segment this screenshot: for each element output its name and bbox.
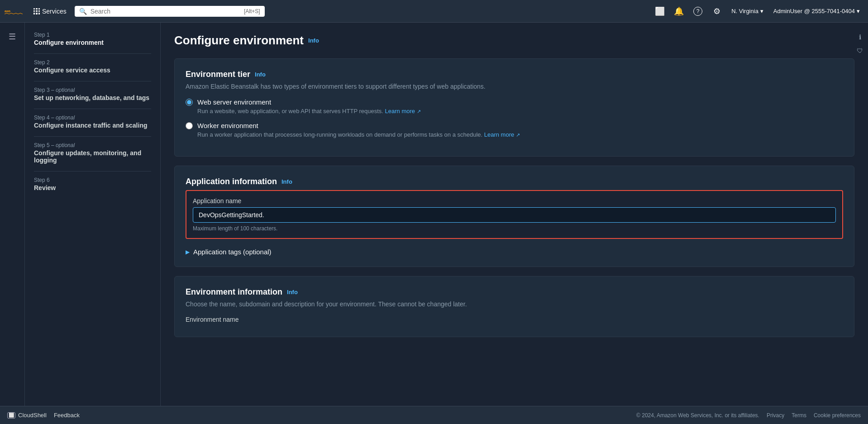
- step-divider-4: [34, 136, 151, 137]
- application-info-title-text: Application information: [186, 177, 277, 186]
- search-bar[interactable]: 🔍 [Alt+S]: [75, 6, 265, 17]
- copyright-text: © 2024, Amazon Web Services, Inc. or its…: [636, 412, 759, 419]
- svg-text:aws: aws: [5, 10, 10, 13]
- terms-link[interactable]: Terms: [792, 412, 806, 419]
- aws-logo[interactable]: aws: [5, 6, 23, 17]
- user-menu[interactable]: AdminUser @ 2555-7041-0404 ▾: [770, 6, 863, 16]
- step-3-title: Set up networking, database, and tags: [34, 94, 151, 101]
- web-server-radio[interactable]: [186, 99, 193, 106]
- application-info-link[interactable]: Info: [281, 178, 292, 185]
- region-label: N. Virginia: [731, 8, 758, 14]
- step-divider-3: [34, 109, 151, 109]
- privacy-link[interactable]: Privacy: [767, 412, 784, 419]
- help-button[interactable]: ?: [690, 3, 706, 19]
- right-shield-icon[interactable]: 🛡: [854, 44, 866, 57]
- step-6-title: Review: [34, 184, 151, 191]
- application-tags-toggle[interactable]: ▶ Application tags (optional): [186, 248, 843, 256]
- right-edge-icons: ℹ 🛡: [852, 27, 868, 61]
- application-name-input[interactable]: [193, 207, 836, 223]
- step-2-title: Configure service access: [34, 67, 151, 74]
- services-button[interactable]: Services: [30, 6, 70, 17]
- application-name-hint: Maximum length of 100 characters.: [193, 225, 836, 232]
- nav-icons: ⬜ 🔔 ? ⚙ N. Virginia ▾ AdminUser @ 2555-7…: [652, 3, 863, 19]
- region-chevron-icon: ▾: [760, 8, 763, 14]
- settings-icon: ⚙: [713, 6, 720, 16]
- top-navigation: aws Services 🔍 [Alt+S] ⬜ 🔔 ? ⚙: [0, 0, 868, 23]
- environment-tier-desc: Amazon Elastic Beanstalk has two types o…: [186, 83, 843, 90]
- step-6-label: Step 6: [34, 177, 151, 183]
- external-link-icon: ↗: [417, 109, 421, 114]
- application-info-title: Application information Info: [186, 177, 843, 186]
- worker-radio[interactable]: [186, 122, 193, 129]
- user-chevron-icon: ▾: [857, 8, 860, 14]
- search-input[interactable]: [91, 8, 226, 15]
- notifications-button[interactable]: 🔔: [671, 3, 687, 19]
- chevron-right-icon: ▶: [186, 249, 190, 255]
- step-5-title: Configure updates, monitoring, and loggi…: [34, 149, 151, 164]
- cloudshell-icon: ⬜: [7, 412, 15, 419]
- settings-button[interactable]: ⚙: [709, 3, 725, 19]
- step-2[interactable]: Step 2 Configure service access: [34, 59, 151, 74]
- web-server-option[interactable]: Web server environment Run a website, we…: [186, 98, 843, 114]
- page-title-text: Configure environment: [174, 33, 304, 48]
- environment-info-title-text: Environment information: [186, 287, 282, 297]
- step-1-label: Step 1: [34, 32, 151, 38]
- region-selector[interactable]: N. Virginia ▾: [728, 6, 767, 16]
- environment-info-link[interactable]: Info: [287, 289, 298, 295]
- step-3[interactable]: Step 3 – optional Set up networking, dat…: [34, 87, 151, 101]
- bottom-bar: ⬜ CloudShell Feedback © 2024, Amazon Web…: [0, 406, 868, 424]
- worker-learn-more-link[interactable]: Learn more ↗: [484, 131, 520, 138]
- feedback-button[interactable]: Feedback: [54, 412, 80, 419]
- environment-info-title: Environment information Info: [186, 287, 843, 297]
- cookie-preferences-link[interactable]: Cookie preferences: [814, 412, 861, 419]
- step-divider-5: [34, 171, 151, 172]
- cloudshell-label: CloudShell: [18, 412, 47, 419]
- main-content: Configure environment Info Environment t…: [161, 23, 868, 406]
- environment-tier-section: Environment tier Info Amazon Elastic Bea…: [174, 58, 854, 157]
- application-name-highlighted-box: Application name Maximum length of 100 c…: [186, 190, 843, 239]
- worker-option[interactable]: Worker environment Run a worker applicat…: [186, 122, 843, 138]
- web-server-desc: Run a website, web application, or web A…: [197, 108, 843, 114]
- sidebar: ☰: [0, 23, 25, 406]
- step-1[interactable]: Step 1 Configure environment: [34, 32, 151, 46]
- services-label: Services: [42, 8, 67, 15]
- worker-label[interactable]: Worker environment: [197, 122, 258, 129]
- search-icon: 🔍: [79, 8, 87, 15]
- web-server-learn-more-link[interactable]: Learn more ↗: [385, 108, 421, 114]
- environment-tier-info-link[interactable]: Info: [255, 71, 266, 78]
- left-panel: Step 1 Configure environment Step 2 Conf…: [25, 23, 161, 406]
- step-4-label: Step 4 – optional: [34, 114, 151, 121]
- step-4-title: Configure instance traffic and scaling: [34, 122, 151, 129]
- bell-icon: 🔔: [674, 6, 684, 16]
- step-divider-2: [34, 81, 151, 81]
- grid-icon: [33, 8, 40, 14]
- search-shortcut: [Alt+S]: [244, 8, 260, 14]
- environment-info-desc: Choose the name, subdomain and descripti…: [186, 300, 843, 308]
- step-5[interactable]: Step 5 – optional Configure updates, mon…: [34, 142, 151, 164]
- terminal-icon-button[interactable]: ⬜: [652, 3, 668, 19]
- environment-name-label: Environment name: [186, 316, 843, 323]
- worker-external-link-icon: ↗: [516, 132, 520, 138]
- web-server-label[interactable]: Web server environment: [197, 98, 271, 106]
- worker-desc: Run a worker application that processes …: [197, 131, 843, 138]
- body-container: ☰ Step 1 Configure environment Step 2 Co…: [0, 23, 868, 406]
- environment-tier-title: Environment tier Info: [186, 70, 843, 79]
- step-6[interactable]: Step 6 Review: [34, 177, 151, 191]
- step-5-label: Step 5 – optional: [34, 142, 151, 148]
- cloudshell-button[interactable]: ⬜ CloudShell: [7, 412, 47, 419]
- environment-information-section: Environment information Info Choose the …: [174, 276, 854, 337]
- page-info-link[interactable]: Info: [308, 37, 319, 44]
- feedback-label: Feedback: [54, 412, 80, 419]
- application-tags-label: Application tags (optional): [193, 248, 272, 256]
- step-4[interactable]: Step 4 – optional Configure instance tra…: [34, 114, 151, 129]
- step-divider-1: [34, 53, 151, 54]
- step-1-title: Configure environment: [34, 39, 151, 46]
- terminal-icon: ⬜: [655, 6, 665, 16]
- step-3-label: Step 3 – optional: [34, 87, 151, 93]
- user-label: AdminUser @ 2555-7041-0404: [773, 8, 855, 14]
- sidebar-hamburger[interactable]: ☰: [6, 29, 19, 44]
- right-info-icon[interactable]: ℹ: [854, 31, 866, 43]
- bottom-links: Privacy Terms Cookie preferences: [767, 412, 861, 419]
- help-icon: ?: [693, 7, 702, 16]
- page-title: Configure environment Info: [174, 33, 854, 48]
